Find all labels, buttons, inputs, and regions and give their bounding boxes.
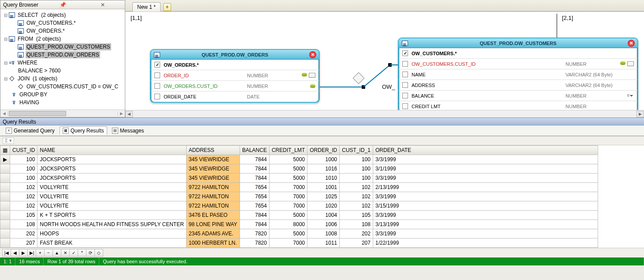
column-checkbox[interactable] [154, 94, 160, 99]
cell[interactable]: 100 [10, 155, 37, 164]
query-tree[interactable]: ⊟SELECT (2 objects) OW_CUSTOMERS.* OW_OR… [0, 9, 125, 110]
cell[interactable]: 7820 [240, 238, 269, 248]
cell[interactable]: 3/3/1999 [373, 174, 598, 183]
cell[interactable]: 202 [340, 229, 373, 238]
cell[interactable]: 100 [10, 174, 37, 183]
hscrollbar[interactable]: ◀▶ [0, 110, 125, 117]
col-header[interactable]: CUST_ID [10, 146, 37, 155]
row-header[interactable] [0, 220, 10, 229]
table-ow-orders[interactable]: QUEST_PROD.OW_ORDERS✕ OW_ORDERS.*ORDER_I… [150, 49, 320, 103]
cell[interactable]: JOCKSPORTS [37, 155, 187, 164]
cell[interactable]: 1006 [307, 220, 340, 229]
rowheader-corner[interactable]: ▦ [0, 146, 10, 155]
expand-icon[interactable]: ⊟ [3, 13, 8, 18]
cell[interactable]: 345 VIEWRIDGE [186, 174, 240, 183]
cell[interactable]: 102 [340, 183, 373, 192]
cell[interactable]: 7820 [240, 229, 269, 238]
tab-new1[interactable]: New 1 * [132, 2, 161, 11]
cell[interactable]: 100 [340, 164, 373, 174]
row-header[interactable]: ▶ [0, 155, 10, 164]
cell[interactable]: 1/22/1999 [373, 238, 598, 248]
cell[interactable]: 1016 [307, 164, 340, 174]
cell[interactable]: 5000 [269, 211, 307, 220]
expand-icon[interactable]: ⊟ [3, 61, 8, 65]
cell[interactable]: 3476 EL PASEO [186, 211, 240, 220]
nav-button[interactable]: |◀ [2, 249, 11, 257]
column-row[interactable]: OW_ORDERS.* [151, 60, 319, 70]
cell[interactable]: 7000 [269, 201, 307, 211]
nav-button[interactable]: ◀ [11, 249, 19, 257]
close-table-button[interactable]: ✕ [628, 40, 635, 47]
cell[interactable]: 105 [10, 211, 37, 220]
cell[interactable]: 2345 ADAMS AVE. [186, 229, 240, 238]
row-header[interactable] [0, 201, 10, 211]
cell[interactable]: 3/1/1999 [373, 164, 598, 174]
results-grid[interactable]: ▦CUST_IDNAMEADDRESSBALANCECREDIT_LMTORDE… [0, 145, 644, 248]
column-row[interactable]: NAMEVARCHAR2 (64 Byte) [399, 69, 637, 80]
cell[interactable]: 3/3/1999 [373, 229, 598, 238]
cell[interactable]: 3/3/1999 [373, 155, 598, 164]
row-header[interactable] [0, 164, 10, 174]
tab-query-results[interactable]: ▦Query Results [60, 126, 107, 135]
column-row[interactable]: ORDER_DATEDATE [151, 91, 319, 102]
nav-button[interactable]: ▶ [19, 249, 28, 257]
tree-item-selected[interactable]: QUEST_PROD.OW_ORDERS [26, 51, 100, 58]
close-icon[interactable]: ✕ [83, 2, 122, 8]
pin-icon[interactable]: 📌 [43, 2, 82, 8]
row-header[interactable] [0, 192, 10, 201]
cell[interactable]: 7844 [240, 174, 269, 183]
column-row[interactable]: CREDIT LMTNUMBER [399, 101, 637, 110]
cell[interactable]: 7844 [240, 220, 269, 229]
row-header[interactable] [0, 238, 10, 248]
col-header[interactable]: CUST_ID_1 [340, 146, 373, 155]
column-checkbox[interactable] [402, 72, 408, 77]
expand-icon[interactable]: ⊟ [3, 37, 8, 42]
row-header[interactable] [0, 211, 10, 220]
column-row[interactable]: ORDER_IDNUMBER [151, 70, 319, 81]
cell[interactable]: 8000 [269, 220, 307, 229]
cell[interactable]: 5000 [269, 229, 307, 238]
cell[interactable]: 1000 [307, 155, 340, 164]
cell[interactable]: 2/13/1999 [373, 183, 598, 192]
column-checkbox[interactable] [154, 72, 160, 78]
cell[interactable]: 1000 HERBERT LN. [186, 238, 240, 248]
nav-button[interactable]: + [36, 249, 45, 257]
nav-button[interactable]: * [78, 249, 86, 257]
cell[interactable]: 3/15/1999 [373, 201, 598, 211]
tab-generated-query[interactable]: ≡Generated Query [3, 126, 58, 135]
cell[interactable]: 1001 [307, 183, 340, 192]
sigma-button[interactable]: Σ ▾ [3, 137, 14, 144]
canvas-hscrollbar[interactable]: ◀▶ [125, 110, 644, 117]
cell[interactable]: 100 [340, 174, 373, 183]
cell[interactable]: 108 [10, 220, 37, 229]
cell[interactable]: 9722 HAMILTON [186, 192, 240, 201]
column-row[interactable]: BALANCENUMBER=⏷ [399, 91, 637, 101]
cell[interactable]: 3/3/1999 [373, 211, 598, 220]
column-checkbox[interactable] [402, 50, 408, 56]
cell[interactable]: JOCKSPORTS [37, 164, 187, 174]
nav-button[interactable]: ⟳ [86, 249, 95, 257]
table-ow-customers[interactable]: QUEST_PROD.OW_CUSTOMERS✕ OW_CUSTOMERS.*O… [398, 38, 638, 110]
cell[interactable]: 7844 [240, 164, 269, 174]
column-checkbox[interactable] [402, 61, 408, 67]
row-header[interactable] [0, 183, 10, 192]
cell[interactable]: 100 [10, 164, 37, 174]
column-checkbox[interactable] [402, 93, 408, 98]
cell[interactable]: 105 [340, 211, 373, 220]
cell[interactable]: 7000 [269, 238, 307, 248]
cell[interactable]: 7844 [240, 155, 269, 164]
close-table-button[interactable]: ✕ [309, 51, 316, 58]
cell[interactable]: 5000 [269, 164, 307, 174]
nav-button[interactable]: − [44, 249, 53, 257]
column-checkbox[interactable] [402, 103, 408, 109]
cell[interactable]: K + T SPORTS [37, 211, 187, 220]
cell[interactable]: 345 VIEWRIDGE [186, 164, 240, 174]
row-header[interactable] [0, 174, 10, 183]
cell[interactable]: NORTH WOODS HEALTH AND FITNESS SUPPLY CE… [37, 220, 187, 229]
cell[interactable]: FAST BREAK [37, 238, 187, 248]
cell[interactable]: 207 [340, 238, 373, 248]
cell[interactable]: 1020 [307, 201, 340, 211]
column-row[interactable]: OW_CUSTOMERS.* [399, 48, 637, 59]
col-header[interactable]: ADDRESS [186, 146, 240, 155]
cell[interactable]: 102 [10, 192, 37, 201]
